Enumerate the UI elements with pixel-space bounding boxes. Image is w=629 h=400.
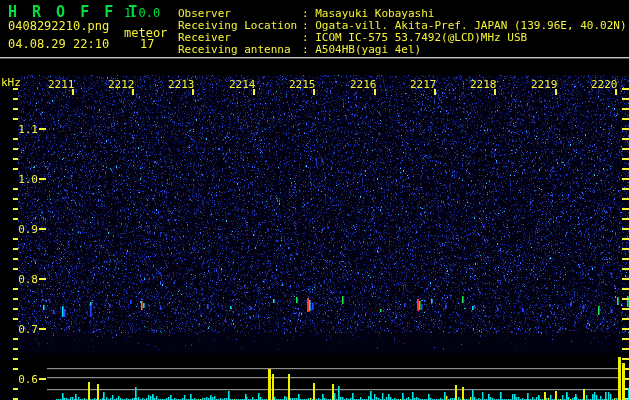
freq-tick-label: 0.9 xyxy=(0,223,38,236)
info-row-antenna: Receiving antenna: A504HB(yagi 4el) xyxy=(178,43,421,56)
time-tick-label: 2215 xyxy=(289,78,316,91)
info-sep: : xyxy=(302,43,315,56)
info-value: A504HB(yagi 4el) xyxy=(315,43,421,56)
time-tick-label: 2213 xyxy=(168,78,195,91)
freq-tick-label: 1.1 xyxy=(0,123,38,136)
hrofft-output-image: H R O F F T 1.0.0 0408292210.png meteor … xyxy=(0,0,629,400)
app-version: 1.0.0 xyxy=(124,7,160,19)
spectrogram-canvas xyxy=(0,0,629,400)
time-tick-label: 2216 xyxy=(350,78,377,91)
time-tick-label: 2218 xyxy=(470,78,497,91)
time-tick-label: 2217 xyxy=(410,78,437,91)
freq-tick-label: 0.6 xyxy=(0,373,38,386)
time-tick-label: 2212 xyxy=(108,78,135,91)
time-tick-label: 2219 xyxy=(531,78,558,91)
time-tick-label: 2214 xyxy=(229,78,256,91)
echo-count: 17 xyxy=(140,38,154,50)
app-title: H R O F F T xyxy=(8,5,140,20)
time-tick-label: 2211 xyxy=(48,78,75,91)
output-filename: 0408292210.png xyxy=(8,20,109,32)
frequency-axis-unit: kHz xyxy=(1,76,21,89)
time-tick-label: 2220 xyxy=(591,78,618,91)
freq-tick-label: 1.0 xyxy=(0,173,38,186)
datetime-label: 04.08.29 22:10 xyxy=(8,38,109,50)
info-label: Receiving antenna xyxy=(178,43,302,56)
freq-tick-label: 0.7 xyxy=(0,323,38,336)
freq-tick-label: 0.8 xyxy=(0,273,38,286)
